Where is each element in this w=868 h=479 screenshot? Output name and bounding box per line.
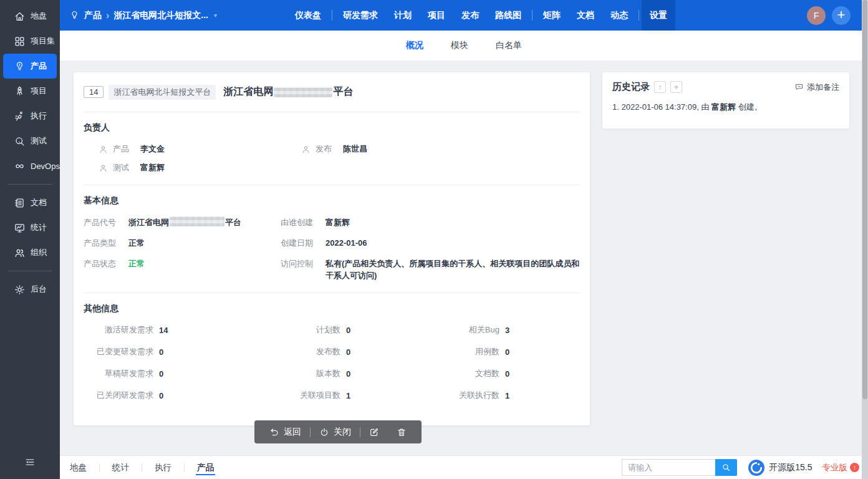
menu-item-dashboard[interactable]: 仪表盘: [287, 0, 329, 31]
stat-value: 0: [159, 391, 163, 400]
sidebar-item-devops[interactable]: DevOps: [3, 153, 57, 178]
history-expand-button[interactable]: +: [670, 81, 682, 93]
menu-divider: [532, 10, 533, 21]
upgrade-arrow-icon[interactable]: ↑: [850, 463, 859, 472]
back-button[interactable]: 返回: [261, 420, 310, 443]
sidebar: 地盘 项目集 产品 项目 执行 测试 DevOps 文档: [0, 0, 60, 479]
upgrade-link[interactable]: 专业版: [822, 462, 848, 473]
menu-item-release[interactable]: 发布: [453, 0, 487, 31]
chevron-down-icon[interactable]: ▾: [214, 12, 217, 19]
history-entry: 1. 2022-01-06 14:37:09, 由 富新辉 创建。: [612, 102, 839, 113]
version-label[interactable]: 开源版15.5: [769, 462, 812, 473]
tab-overview[interactable]: 概况: [406, 40, 423, 51]
sidebar-item-execution[interactable]: 执行: [3, 104, 57, 128]
breadcrumb[interactable]: 产品 › 浙江省电网北斗短报文... ▾: [60, 0, 217, 31]
sidebar-item-product[interactable]: 产品: [3, 54, 57, 79]
stat-value: 0: [346, 369, 350, 379]
code-suffix: 平台: [225, 218, 241, 227]
footer-tab-home[interactable]: 地盘: [69, 456, 88, 479]
footer-tab-stats[interactable]: 统计: [111, 456, 130, 479]
sidebar-item-stats[interactable]: 统计: [3, 215, 57, 240]
stat-value: 0: [346, 326, 350, 335]
stat-value: 1: [505, 391, 509, 400]
stat-label: 相关Bug: [430, 324, 499, 336]
sidebar-item-home[interactable]: 地盘: [3, 4, 57, 29]
menu-item-doc[interactable]: 文档: [569, 0, 602, 31]
product-bulb-icon: [69, 10, 80, 21]
footer-tab-product[interactable]: 产品: [196, 456, 215, 479]
tab-module[interactable]: 模块: [451, 40, 468, 51]
info-create-date: 创建日期 2022-01-06: [281, 237, 580, 249]
sidebar-item-label: 后台: [31, 284, 47, 295]
main-area: 14 浙江省电网北斗短报文平台 浙江省电网平台 负责人 产品 李文金 发布 陈世…: [60, 60, 868, 455]
product-id-badge: 14: [84, 86, 104, 98]
owner-product: 产品 李文金: [99, 143, 301, 155]
breadcrumb-current-product[interactable]: 浙江省电网北斗短报文...: [113, 10, 208, 21]
power-icon: [319, 427, 329, 437]
stat-label: 计划数: [271, 324, 340, 336]
stat-label: 版本数: [271, 368, 340, 379]
scrollbar[interactable]: [862, 0, 868, 479]
menu-item-stories[interactable]: 研发需求: [335, 0, 386, 31]
product-name-tag: 浙江省电网北斗短报文平台: [109, 85, 216, 100]
tab-whitelist[interactable]: 白名单: [496, 40, 522, 51]
sidebar-item-test[interactable]: 测试: [3, 128, 57, 153]
scrollbar-thumb[interactable]: [862, 0, 867, 399]
page-title: 浙江省电网平台: [223, 85, 353, 99]
section-title: 基本信息: [84, 195, 580, 206]
stat-value: 0: [159, 369, 163, 379]
sidebar-item-org[interactable]: 组织: [3, 240, 57, 265]
section-title: 负责人: [84, 122, 580, 133]
basic-info-grid: 产品代号 浙江省电网平台 由谁创建 富新辉 产品类型 正常 创建日期 2022-…: [84, 216, 580, 281]
info-value: 浙江省电网平台: [126, 216, 241, 228]
sidebar-item-program[interactable]: 项目集: [3, 29, 57, 54]
menu-item-plan[interactable]: 计划: [386, 0, 420, 31]
menu-item-settings[interactable]: 设置: [642, 0, 675, 31]
other-info-section: 其他信息 激活研发需求14 计划数0 相关Bug3 已变更研发需求0 发布数0 …: [84, 293, 580, 412]
sidebar-item-label: DevOps: [31, 162, 60, 171]
sidebar-collapse-button[interactable]: [19, 453, 41, 472]
close-button[interactable]: 关闭: [311, 420, 360, 443]
avatar[interactable]: F: [807, 6, 826, 25]
add-note-link[interactable]: 添加备注: [794, 82, 839, 93]
sidebar-item-project[interactable]: 项目: [3, 79, 57, 104]
menu-item-matrix[interactable]: 矩阵: [535, 0, 569, 31]
history-collapse-button[interactable]: ↑: [654, 81, 666, 93]
stat-label: 已关闭研发需求: [84, 390, 153, 401]
owner-name[interactable]: 陈世昌: [343, 143, 367, 155]
info-label: 产品代号: [84, 216, 126, 228]
menu-item-roadmap[interactable]: 路线图: [487, 0, 529, 31]
back-arrow-icon: [269, 427, 279, 437]
info-value: 2022-01-06: [323, 237, 367, 249]
delete-button[interactable]: [388, 420, 415, 443]
menu-item-project[interactable]: 项目: [420, 0, 453, 31]
owner-name[interactable]: 李文金: [140, 143, 165, 155]
owner-name[interactable]: 富新辉: [140, 162, 165, 173]
person-icon: [99, 145, 108, 154]
search-button[interactable]: [715, 459, 737, 476]
sidebar-item-doc[interactable]: 文档: [3, 190, 57, 215]
history-title: 历史记录: [612, 81, 650, 93]
sidebar-item-label: 产品: [31, 60, 47, 72]
censored-text-block: [274, 87, 332, 97]
menu-item-dynamic[interactable]: 动态: [602, 0, 636, 31]
people-icon: [14, 247, 26, 259]
home-icon: [14, 11, 26, 22]
info-product-status: 产品状态 正常: [84, 258, 281, 281]
product-overview-card: 14 浙江省电网北斗短报文平台 浙江省电网平台 负责人 产品 李文金 发布 陈世…: [74, 72, 590, 425]
footer-tab-execution[interactable]: 执行: [153, 456, 173, 479]
history-header: 历史记录 ↑ + 添加备注: [612, 81, 839, 93]
footer-divider: [99, 463, 100, 472]
global-add-button[interactable]: +: [832, 6, 851, 25]
app-root: 地盘 项目集 产品 项目 执行 测试 DevOps 文档: [0, 0, 868, 479]
sidebar-item-admin[interactable]: 后台: [3, 277, 57, 302]
info-label: 创建日期: [281, 237, 323, 249]
sidebar-item-label: 项目集: [31, 36, 55, 47]
breadcrumb-section[interactable]: 产品: [84, 10, 102, 21]
search-input[interactable]: [622, 459, 715, 476]
sidebar-item-label: 组织: [31, 247, 47, 258]
stat-value: 3: [505, 326, 509, 335]
footer-divider: [184, 463, 185, 472]
edit-button[interactable]: [360, 420, 388, 443]
stat-label: 关联项目数: [271, 390, 340, 401]
